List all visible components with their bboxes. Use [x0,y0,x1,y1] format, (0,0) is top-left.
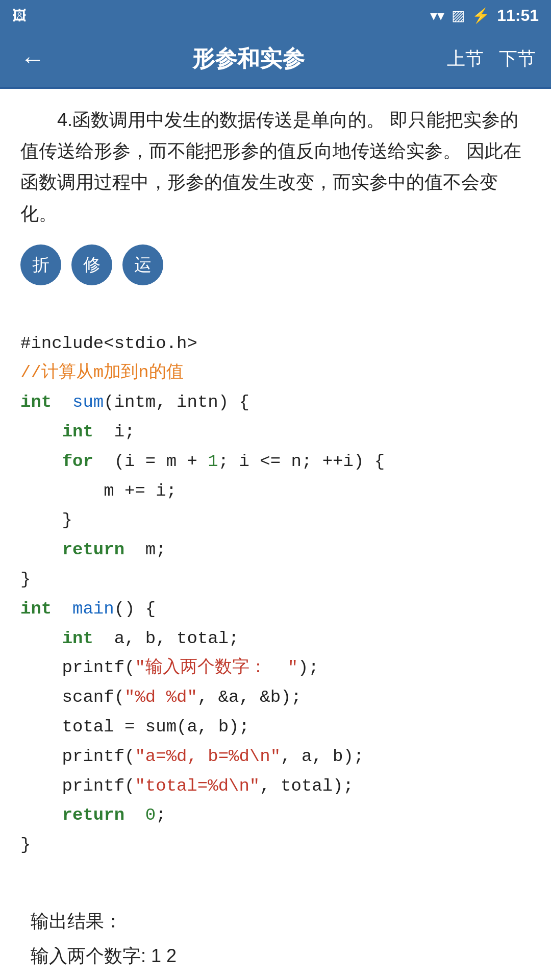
code-line-13: printf("a=%d, b=%d\n", a, b); [20,747,364,766]
code-line-9: int a, b, total; [20,629,239,648]
code-line-11: scanf("%d %d", &a, &b); [20,688,302,707]
status-bar-left: 🖼 [12,7,27,24]
comment-line: //计算从m加到n的值 [20,363,184,382]
output-line-2: a=1, b=2 [31,975,531,980]
fold-button[interactable]: 折 [20,244,61,285]
battery-icon: ⚡ [472,7,490,24]
code-line-14: printf("total=%d\n", total); [20,776,354,796]
include-line: #include<stdio.h> [20,334,197,353]
output-section: 输出结果： 输入两个数字: 1 2 a=1, b=2 total=3 [20,905,531,980]
description-text: 4.函数调用中发生的数据传送是单向的。 即只能把实参的值传送给形参，而不能把形参… [20,104,531,229]
status-bar: 🖼 ▾▾ ▨ ⚡ 11:51 [0,0,551,31]
back-button[interactable]: ← [15,40,50,78]
output-line-1: 输入两个数字: 1 2 [31,940,531,973]
edit-button[interactable]: 修 [71,244,112,285]
code-line-8: int main() { [20,599,156,619]
nav-bar: ← 形参和实参 上节 下节 [0,31,551,87]
code-line-3: for (i = m + 1; i <= n; ++i) { [20,452,385,471]
next-section-button[interactable]: 下节 [499,46,536,71]
main-content: 4.函数调用中发生的数据传送是单向的。 即只能把实参的值传送给形参，而不能把形参… [0,89,551,980]
code-line-12: total = sum(a, b); [20,717,249,737]
code-line-16: } [20,835,31,854]
run-button[interactable]: 运 [122,244,163,285]
code-line-2: int i; [20,422,135,442]
status-bar-right: ▾▾ ▨ ⚡ 11:51 [430,6,539,25]
signal-icon: ▨ [452,7,465,24]
code-line-10: printf("输入两个数字： "); [20,658,319,677]
code-block: #include<stdio.h> //计算从m加到n的值 int sum(in… [20,300,531,890]
nav-actions: 上节 下节 [447,46,536,71]
code-line-4: m += i; [20,481,177,501]
code-line-15: return 0; [20,805,166,825]
status-time: 11:51 [497,6,539,25]
wifi-icon: ▾▾ [430,7,444,24]
code-toolbar: 折 修 运 [20,244,531,285]
code-line-7: } [20,570,31,589]
page-title: 形参和实参 [60,44,437,74]
output-label: 输出结果： [31,905,531,938]
photo-icon: 🖼 [12,7,27,24]
code-line-1: int sum(intm, intn) { [20,393,249,412]
code-line-6: return m; [20,540,166,559]
prev-section-button[interactable]: 上节 [447,46,484,71]
code-line-5: } [20,510,72,530]
